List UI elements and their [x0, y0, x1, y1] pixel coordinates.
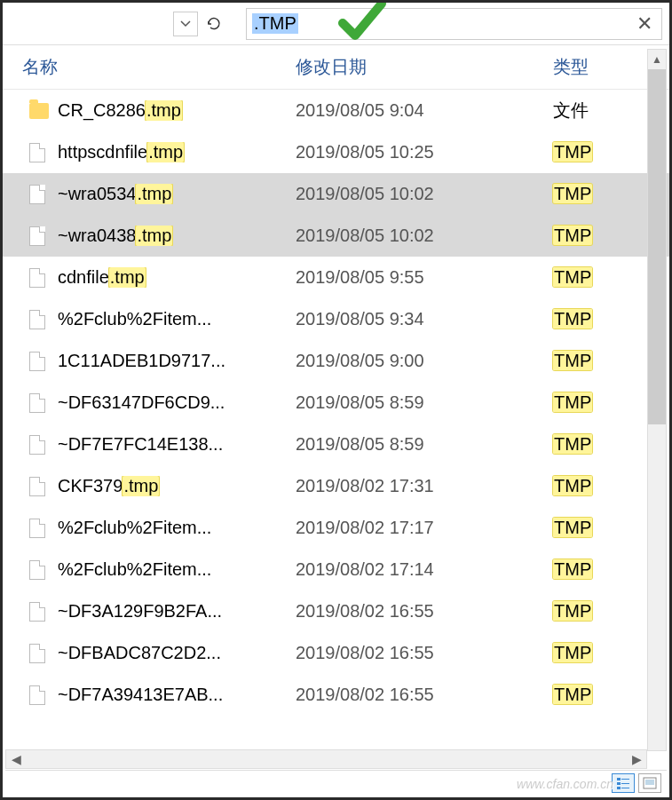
view-icons-button[interactable]: [638, 773, 661, 793]
file-name: ~wra0534.tmp: [58, 184, 296, 204]
search-query-text: .TMP: [252, 13, 298, 34]
table-row[interactable]: ~DFBADC87C2D2...2019/08/02 16:55TMP: [3, 632, 669, 674]
file-name: %2Fclub%2Fitem...: [58, 518, 296, 538]
file-icon: [29, 185, 45, 204]
svg-rect-4: [617, 787, 621, 789]
svg-rect-0: [617, 778, 621, 780]
file-date: 2019/08/05 9:34: [296, 309, 553, 329]
horizontal-scrollbar[interactable]: ◀ ▶: [5, 749, 647, 769]
file-type: TMP: [553, 518, 592, 538]
file-date: 2019/08/02 16:55: [296, 601, 553, 622]
file-name: CKF379.tmp: [58, 476, 296, 496]
file-name: ~DF7E7FC14E138...: [58, 434, 296, 455]
file-icon: [29, 519, 45, 538]
refresh-button[interactable]: [202, 12, 226, 36]
file-icon: [29, 226, 45, 246]
chevron-down-icon: [180, 20, 191, 28]
table-row[interactable]: ~DF3A129F9B2FA...2019/08/02 16:55TMP: [3, 590, 669, 632]
file-icon: [29, 560, 45, 580]
file-type: TMP: [553, 559, 592, 580]
header-name[interactable]: 名称: [3, 55, 296, 79]
folder-icon: [29, 103, 49, 119]
file-name: ~DF3A129F9B2FA...: [58, 601, 296, 622]
clear-search-button[interactable]: ✕: [633, 12, 656, 36]
file-name: %2Fclub%2Fitem...: [58, 559, 296, 580]
file-icon: [29, 143, 45, 162]
file-name: cdnfile.tmp: [58, 267, 296, 288]
file-name: %2Fclub%2Fitem...: [58, 309, 296, 329]
vertical-scrollbar[interactable]: ▲: [647, 49, 667, 751]
file-type: TMP: [553, 226, 592, 246]
file-icon: [29, 268, 45, 288]
file-icon: [29, 393, 45, 413]
file-type: TMP: [553, 351, 592, 371]
file-date: 2019/08/05 9:55: [296, 267, 553, 288]
file-icon: [29, 685, 45, 705]
scroll-thumb-v[interactable]: [648, 69, 666, 424]
list-view-icon: [616, 777, 630, 789]
file-date: 2019/08/02 17:14: [296, 559, 553, 580]
path-dropdown-button[interactable]: [173, 12, 198, 36]
svg-rect-5: [621, 788, 629, 788]
file-name: httpscdnfile.tmp: [58, 142, 296, 162]
file-type: TMP: [553, 142, 592, 162]
file-icon: [29, 352, 45, 371]
svg-rect-1: [621, 779, 629, 780]
view-details-button[interactable]: [612, 773, 635, 793]
table-row[interactable]: %2Fclub%2Fitem...2019/08/02 17:14TMP: [3, 549, 669, 590]
table-row[interactable]: httpscdnfile.tmp2019/08/05 10:25TMP: [3, 131, 669, 173]
table-row[interactable]: CR_C8286.tmp2019/08/05 9:04文件: [3, 90, 669, 131]
file-date: 2019/08/02 16:55: [296, 685, 553, 705]
file-name: 1C11ADEB1D9717...: [58, 351, 296, 371]
file-type: TMP: [553, 434, 592, 455]
table-row[interactable]: ~DF7E7FC14E138...2019/08/05 8:59TMP: [3, 424, 669, 465]
watermark-text: www.cfan.com.cn: [517, 777, 613, 791]
file-date: 2019/08/02 17:17: [296, 518, 553, 538]
file-name: CR_C8286.tmp: [58, 100, 296, 121]
file-name: ~DF7A39413E7AB...: [58, 685, 296, 705]
file-date: 2019/08/02 16:55: [296, 643, 553, 663]
file-type: TMP: [553, 184, 592, 204]
refresh-icon: [206, 16, 222, 32]
table-row[interactable]: %2Fclub%2Fitem...2019/08/05 9:34TMP: [3, 298, 669, 340]
svg-rect-3: [621, 783, 629, 784]
file-name: ~DFBADC87C2D2...: [58, 643, 296, 663]
table-row[interactable]: ~wra0534.tmp2019/08/05 10:02TMP: [3, 173, 669, 215]
file-type: TMP: [553, 309, 592, 329]
file-date: 2019/08/05 8:59: [296, 392, 553, 413]
file-type: TMP: [553, 643, 592, 663]
file-type: 文件: [553, 99, 589, 123]
file-date: 2019/08/05 8:59: [296, 434, 553, 455]
file-icon: [29, 310, 45, 329]
file-type: TMP: [553, 267, 592, 288]
search-box[interactable]: .TMP ✕: [246, 8, 662, 40]
file-type: TMP: [553, 392, 592, 413]
status-bar: www.cfan.com.cn: [5, 770, 667, 795]
table-row[interactable]: 1C11ADEB1D9717...2019/08/05 9:00TMP: [3, 340, 669, 382]
table-row[interactable]: CKF379.tmp2019/08/02 17:31TMP: [3, 465, 669, 507]
column-headers: 名称 修改日期 类型: [3, 45, 669, 90]
file-icon: [29, 477, 45, 496]
file-icon: [29, 602, 45, 622]
scroll-up-button[interactable]: ▲: [648, 50, 666, 69]
file-type: TMP: [553, 685, 592, 705]
file-date: 2019/08/05 10:02: [296, 226, 553, 246]
file-date: 2019/08/02 17:31: [296, 476, 553, 496]
table-row[interactable]: ~wra0438.tmp2019/08/05 10:02TMP: [3, 215, 669, 257]
file-name: ~DF63147DF6CD9...: [58, 392, 296, 413]
table-row[interactable]: %2Fclub%2Fitem...2019/08/02 17:17TMP: [3, 507, 669, 549]
header-date[interactable]: 修改日期: [296, 55, 553, 79]
grid-view-icon: [643, 777, 657, 789]
table-row[interactable]: cdnfile.tmp2019/08/05 9:55TMP: [3, 257, 669, 298]
table-row[interactable]: ~DF63147DF6CD9...2019/08/05 8:59TMP: [3, 382, 669, 424]
table-row[interactable]: ~DF7A39413E7AB...2019/08/02 16:55TMP: [3, 674, 669, 716]
file-date: 2019/08/05 9:04: [296, 100, 553, 121]
toolbar: .TMP ✕: [3, 3, 669, 45]
file-type: TMP: [553, 601, 592, 622]
file-date: 2019/08/05 10:02: [296, 184, 553, 204]
file-date: 2019/08/05 9:00: [296, 351, 553, 371]
scroll-right-button[interactable]: ▶: [627, 750, 646, 768]
file-list: CR_C8286.tmp2019/08/05 9:04文件httpscdnfil…: [3, 90, 669, 756]
checkmark-icon: [336, 0, 389, 43]
scroll-left-button[interactable]: ◀: [6, 750, 26, 768]
